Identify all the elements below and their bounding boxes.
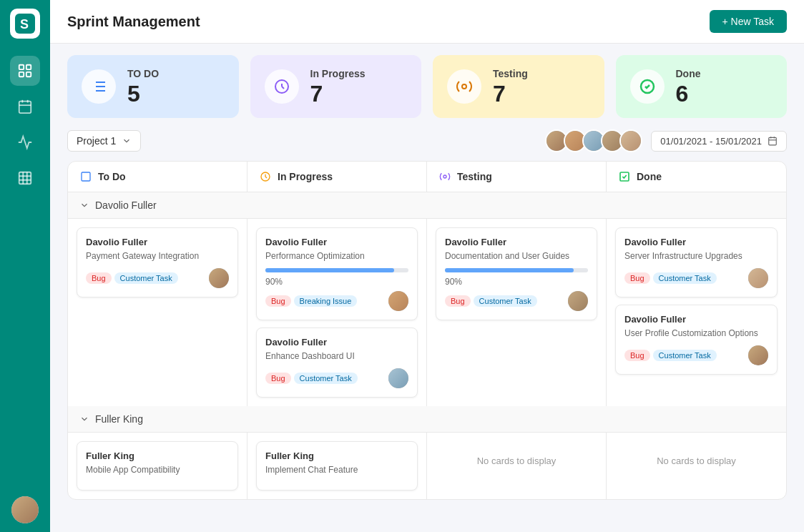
- card-assignee: Fuller King: [86, 450, 229, 461]
- tag-customer: Customer Task: [653, 272, 717, 284]
- toolbar: Project 1 01/01/2021 - 15/01/2021: [50, 129, 804, 161]
- project-select[interactable]: Project 1: [67, 130, 141, 152]
- svg-point-32: [443, 175, 446, 178]
- progress-fill: [445, 268, 574, 272]
- progress-fill: [265, 268, 394, 272]
- date-range-picker[interactable]: 01/01/2021 - 15/01/2021: [651, 131, 787, 152]
- inprogress-stat-count: 7: [310, 82, 366, 105]
- tag-bug: Bug: [624, 350, 650, 361]
- svg-rect-4: [19, 72, 24, 77]
- davolio-testing-col: Davolio Fuller Documentation and User Gu…: [427, 219, 607, 406]
- stat-card-todo: TO DO 5: [67, 55, 239, 118]
- sidebar-item-table[interactable]: [10, 163, 40, 193]
- task-card[interactable]: Fuller King Implement Chat Feature: [256, 441, 418, 491]
- svg-text:S: S: [20, 17, 29, 31]
- tag-bug: Bug: [86, 272, 112, 284]
- stats-row: TO DO 5 In Progress 7: [50, 44, 804, 129]
- user-avatar[interactable]: [11, 496, 39, 523]
- tag-customer: Customer Task: [294, 373, 358, 384]
- sidebar: S: [0, 0, 50, 532]
- inprogress-stat-label: In Progress: [310, 68, 366, 79]
- svg-rect-6: [19, 102, 31, 114]
- task-card[interactable]: Davolio Fuller Payment Gateway Integrati…: [77, 227, 238, 297]
- task-card[interactable]: Davolio Fuller Performance Optimization …: [256, 227, 418, 320]
- avatar-5: [619, 129, 642, 152]
- board-container: To Do In Progress: [67, 161, 787, 500]
- tag-bug: Bug: [265, 295, 291, 307]
- card-title: Enhance Dashboard UI: [265, 350, 408, 363]
- page-header: Sprint Management + New Task: [50, 0, 804, 44]
- group-davolio[interactable]: Davolio Fuller: [68, 192, 786, 219]
- task-card[interactable]: Davolio Fuller Enhance Dashboard UI Bug …: [256, 327, 418, 398]
- group-fuller-king-label: Fuller King: [95, 413, 143, 425]
- fuller-testing-col: No cards to display: [427, 433, 607, 500]
- tag-customer: Customer Task: [653, 350, 717, 361]
- col-label-todo: To Do: [98, 171, 126, 182]
- stat-card-testing: Testing 7: [433, 55, 604, 118]
- chevron-down-group2-icon: [79, 414, 89, 424]
- board-column-headers: To Do In Progress: [68, 162, 786, 192]
- col-header-testing: Testing: [427, 162, 607, 192]
- sidebar-item-board[interactable]: [10, 56, 40, 86]
- main-content: Sprint Management + New Task TO DO 5: [50, 0, 804, 532]
- card-avatar: [388, 291, 408, 311]
- card-title: Performance Optimization: [265, 250, 408, 262]
- card-assignee: Davolio Fuller: [624, 237, 768, 247]
- fuller-inprogress-col: Fuller King Implement Chat Feature: [247, 433, 427, 500]
- stat-card-done: Done 6: [616, 55, 788, 118]
- progress-bar: [265, 268, 408, 272]
- todo-stat-icon: [82, 69, 116, 104]
- sidebar-item-calendar[interactable]: [10, 92, 40, 122]
- davolio-done-col: Davolio Fuller Server Infrastructure Upg…: [607, 219, 786, 406]
- svg-rect-3: [26, 65, 31, 69]
- testing-stat-count: 7: [493, 82, 528, 105]
- board-grid-davolio: Davolio Fuller Payment Gateway Integrati…: [68, 219, 786, 406]
- page-title: Sprint Management: [67, 14, 200, 30]
- stat-card-inprogress: In Progress 7: [250, 55, 422, 118]
- col-header-done: Done: [607, 162, 786, 192]
- svg-rect-10: [19, 172, 31, 184]
- task-card[interactable]: Fuller King Mobile App Compatibility: [77, 441, 238, 491]
- board-wrapper: To Do In Progress: [50, 161, 804, 532]
- col-header-todo: To Do: [68, 162, 247, 192]
- inprogress-col-icon: [259, 170, 272, 183]
- app-logo[interactable]: S: [10, 9, 40, 39]
- card-title: Documentation and User Guides: [445, 250, 588, 262]
- card-title: Mobile App Compatibility: [86, 464, 229, 476]
- done-stat-label: Done: [676, 68, 701, 79]
- card-tags: Bug Customer Task: [265, 373, 358, 384]
- testing-stat-icon: [447, 69, 481, 104]
- task-card[interactable]: Davolio Fuller Documentation and User Gu…: [436, 227, 597, 320]
- card-tags: Bug Customer Task: [86, 272, 178, 284]
- svg-rect-30: [82, 172, 90, 181]
- sidebar-item-flow[interactable]: [10, 127, 40, 157]
- card-title: Implement Chat Feature: [265, 464, 408, 476]
- card-tags: Bug Customer Task: [624, 350, 717, 361]
- new-task-button[interactable]: + New Task: [710, 10, 788, 33]
- task-card[interactable]: Davolio Fuller User Profile Customizatio…: [615, 305, 778, 375]
- card-assignee: Fuller King: [265, 450, 408, 461]
- card-avatar: [748, 268, 768, 288]
- fuller-todo-col: Fuller King Mobile App Compatibility: [68, 433, 247, 500]
- calendar-icon: [768, 136, 778, 146]
- card-tags: Bug Customer Task: [445, 295, 537, 307]
- card-assignee: Davolio Fuller: [265, 237, 408, 247]
- inprogress-stat-icon: [265, 69, 299, 104]
- project-label: Project 1: [77, 135, 116, 147]
- group-fuller-king[interactable]: Fuller King: [68, 406, 786, 433]
- tag-bug: Bug: [624, 272, 650, 284]
- no-cards-testing: No cards to display: [436, 441, 597, 481]
- todo-col-icon: [79, 170, 92, 183]
- svg-rect-26: [769, 137, 777, 145]
- card-title: Payment Gateway Integration: [86, 250, 229, 262]
- fuller-done-col: No cards to display: [607, 433, 786, 500]
- card-avatar: [209, 268, 229, 288]
- task-card[interactable]: Davolio Fuller Server Infrastructure Upg…: [615, 227, 778, 297]
- card-title: User Profile Customization Options: [624, 327, 768, 340]
- date-range-text: 01/01/2021 - 15/01/2021: [660, 136, 762, 147]
- no-cards-done: No cards to display: [615, 441, 778, 481]
- assignee-avatars: [545, 129, 642, 152]
- done-col-icon: [618, 170, 631, 183]
- tag-customer: Customer Task: [474, 295, 537, 307]
- davolio-inprogress-col: Davolio Fuller Performance Optimization …: [247, 219, 427, 406]
